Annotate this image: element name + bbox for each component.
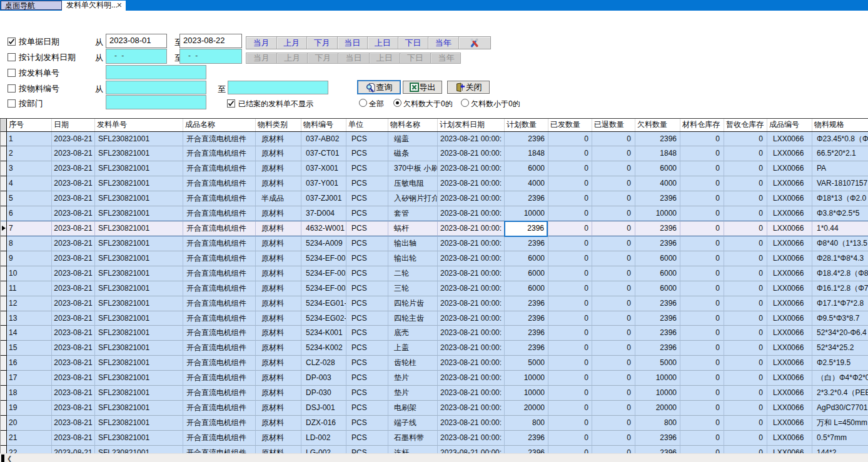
cell-seq-18[interactable]: 18 bbox=[7, 386, 52, 401]
cell-seq-22[interactable]: 22 bbox=[7, 446, 52, 453]
cell-mat_name-16[interactable]: 齿轮柱 bbox=[388, 356, 438, 371]
issue-no-checkbox[interactable] bbox=[8, 69, 16, 77]
column-header-plan_qty[interactable]: 计划数量 bbox=[505, 119, 548, 131]
cell-return_qty-18[interactable]: 0 bbox=[592, 386, 635, 401]
cell-spec-16[interactable]: Φ2.5*19.5 bbox=[812, 356, 868, 371]
cell-issued_qty-18[interactable]: 0 bbox=[548, 386, 592, 401]
cell-issued_qty-9[interactable]: 0 bbox=[548, 251, 592, 266]
cell-date-12[interactable]: 2023-08-21 bbox=[52, 296, 95, 311]
cell-return_qty-15[interactable]: 0 bbox=[592, 341, 635, 356]
cell-date-16[interactable]: 2023-08-21 bbox=[52, 356, 95, 371]
cell-prod_no-22[interactable]: LXX0066 bbox=[767, 446, 812, 453]
cell-prod_no-7[interactable]: LXX0066 bbox=[767, 221, 812, 236]
cell-plan_date-22[interactable]: 2023-08-21 00:00: bbox=[438, 446, 505, 453]
cell-category-4[interactable]: 原材料 bbox=[256, 176, 301, 191]
cell-date-6[interactable]: 2023-08-21 bbox=[52, 206, 95, 221]
column-header-unit[interactable]: 单位 bbox=[346, 119, 388, 131]
date-shortcut-3[interactable]: 当日 bbox=[338, 37, 368, 49]
cell-product-1[interactable]: 开合直流电机组件 bbox=[183, 132, 256, 147]
cell-product-12[interactable]: 开合直流电机组件 bbox=[183, 296, 256, 311]
cell-spec-1[interactable]: Φ23.45*0.8（Φ bbox=[812, 132, 868, 147]
cell-mat_stock-14[interactable]: 0 bbox=[680, 326, 724, 341]
cell-plan_date-1[interactable]: 2023-08-21 00:00: bbox=[438, 132, 505, 147]
cell-mat_stock-7[interactable]: 0 bbox=[680, 221, 724, 236]
cell-mat_stock-2[interactable]: 0 bbox=[680, 146, 724, 161]
cell-short_qty-19[interactable]: 20000 bbox=[635, 401, 680, 416]
cell-category-20[interactable]: 原材料 bbox=[256, 416, 301, 431]
cell-product-22[interactable]: 开合直流电机组件 bbox=[183, 446, 256, 453]
cell-plan_date-2[interactable]: 2023-08-21 00:00: bbox=[438, 146, 505, 161]
radio-shortage-lt0[interactable] bbox=[461, 99, 469, 107]
cell-product-13[interactable]: 开合直流电机组件 bbox=[183, 311, 256, 326]
cell-seq-1[interactable]: 1 bbox=[7, 132, 52, 147]
cell-issue_no-22[interactable]: SFL230821001 bbox=[95, 446, 183, 453]
cell-category-8[interactable]: 原材料 bbox=[256, 236, 301, 251]
cell-mat_no-12[interactable]: 5234-EG01-1 bbox=[301, 296, 346, 311]
cell-mat_stock-12[interactable]: 0 bbox=[680, 296, 724, 311]
cell-short_qty-9[interactable]: 6000 bbox=[635, 251, 680, 266]
cell-return_qty-5[interactable]: 0 bbox=[592, 191, 635, 206]
cell-tmp_stock-1[interactable]: 0 bbox=[724, 132, 767, 147]
cell-issued_qty-14[interactable]: 0 bbox=[548, 326, 592, 341]
cell-unit-9[interactable]: PCS bbox=[346, 251, 388, 266]
cell-issue_no-17[interactable]: SFL230821001 bbox=[95, 371, 183, 386]
cell-product-20[interactable]: 开合直流电机组件 bbox=[183, 416, 256, 431]
column-header-plan_date[interactable]: 计划发料日期 bbox=[438, 119, 505, 131]
cell-prod_no-15[interactable]: LXX0066 bbox=[767, 341, 812, 356]
cell-prod_no-17[interactable]: LXX0066 bbox=[767, 371, 812, 386]
cell-mat_no-22[interactable]: LG-002 bbox=[301, 446, 346, 453]
cell-unit-6[interactable]: PCS bbox=[346, 206, 388, 221]
cell-plan_date-3[interactable]: 2023-08-21 00:00: bbox=[438, 161, 505, 176]
column-header-prod_no[interactable]: 成品编号 bbox=[767, 119, 812, 131]
cell-category-16[interactable]: 原材料 bbox=[256, 356, 301, 371]
cell-prod_no-1[interactable]: LXX0066 bbox=[767, 132, 812, 147]
cell-plan_date-4[interactable]: 2023-08-21 00:00: bbox=[438, 176, 505, 191]
cell-seq-10[interactable]: 10 bbox=[7, 266, 52, 281]
cell-category-21[interactable]: 原材料 bbox=[256, 431, 301, 446]
cell-spec-18[interactable]: 2*3.2*0.4（PEE bbox=[812, 386, 868, 401]
cell-tmp_stock-11[interactable]: 0 bbox=[724, 281, 767, 296]
material-no-from-input[interactable] bbox=[106, 81, 206, 94]
cell-prod_no-9[interactable]: LXX0066 bbox=[767, 251, 812, 266]
cell-prod_no-20[interactable]: LXX0066 bbox=[767, 416, 812, 431]
cell-plan_date-14[interactable]: 2023-08-21 00:00: bbox=[438, 326, 505, 341]
radio-all[interactable] bbox=[359, 99, 367, 107]
cell-mat_no-19[interactable]: DSJ-001 bbox=[301, 401, 346, 416]
cell-unit-11[interactable]: PCS bbox=[346, 281, 388, 296]
cell-short_qty-11[interactable]: 6000 bbox=[635, 281, 680, 296]
cell-category-1[interactable]: 原材料 bbox=[256, 132, 301, 147]
cell-plan_date-20[interactable]: 2023-08-21 00:00: bbox=[438, 416, 505, 431]
cell-unit-14[interactable]: PCS bbox=[346, 326, 388, 341]
cell-return_qty-4[interactable]: 0 bbox=[592, 176, 635, 191]
cell-short_qty-21[interactable]: 2396 bbox=[635, 431, 680, 446]
cell-tmp_stock-14[interactable]: 0 bbox=[724, 326, 767, 341]
cell-seq-7[interactable]: 7 bbox=[7, 221, 52, 236]
cell-seq-20[interactable]: 20 bbox=[7, 416, 52, 431]
cell-issue_no-2[interactable]: SFL230821001 bbox=[95, 146, 183, 161]
cell-date-4[interactable]: 2023-08-21 bbox=[52, 176, 95, 191]
cell-issued_qty-6[interactable]: 0 bbox=[548, 206, 592, 221]
cell-date-19[interactable]: 2023-08-21 bbox=[52, 401, 95, 416]
cell-tmp_stock-2[interactable]: 0 bbox=[724, 146, 767, 161]
cell-return_qty-2[interactable]: 0 bbox=[592, 146, 635, 161]
cell-mat_name-9[interactable]: 输出轮 bbox=[388, 251, 438, 266]
date-tools-button[interactable] bbox=[459, 37, 491, 49]
cell-tmp_stock-16[interactable]: 0 bbox=[724, 356, 767, 371]
cell-mat_name-18[interactable]: 垫片 bbox=[388, 386, 438, 401]
cell-date-14[interactable]: 2023-08-21 bbox=[52, 326, 95, 341]
cell-issued_qty-12[interactable]: 0 bbox=[548, 296, 592, 311]
cell-mat_no-20[interactable]: DZX-016 bbox=[301, 416, 346, 431]
cell-tmp_stock-22[interactable]: 0 bbox=[724, 446, 767, 453]
cell-seq-13[interactable]: 13 bbox=[7, 311, 52, 326]
hide-closed-checkbox[interactable] bbox=[227, 99, 235, 108]
cell-prod_no-12[interactable]: LXX0066 bbox=[767, 296, 812, 311]
column-header-mat_name[interactable]: 物料名称 bbox=[388, 119, 438, 131]
date-shortcut-4[interactable]: 上日 bbox=[368, 37, 398, 49]
cell-plan_qty-12[interactable]: 2396 bbox=[505, 296, 548, 311]
department-input[interactable] bbox=[106, 95, 206, 109]
cell-mat_no-6[interactable]: 37-D004 bbox=[301, 206, 346, 221]
cell-spec-12[interactable]: Φ17.1*Φ7*2.8 bbox=[812, 296, 868, 311]
cell-plan_qty-20[interactable]: 800 bbox=[505, 416, 548, 431]
cell-plan_date-19[interactable]: 2023-08-21 00:00: bbox=[438, 401, 505, 416]
cell-mat_stock-10[interactable]: 0 bbox=[680, 266, 724, 281]
